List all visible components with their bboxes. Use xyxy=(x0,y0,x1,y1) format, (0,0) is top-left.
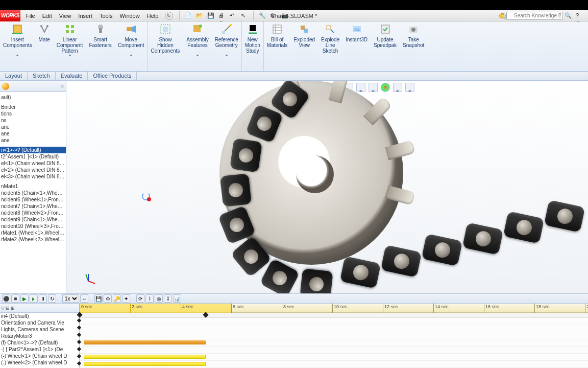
motion-spring-button[interactable]: ⌇ xyxy=(145,294,154,303)
timeline-tick[interactable]: 8 sec xyxy=(282,304,332,313)
timeline-ruler[interactable]: 0 sec2 sec4 sec6 sec8 sec10 sec12 sec14 … xyxy=(80,304,588,313)
ribbon-btn-mate[interactable]: Mate xyxy=(35,21,54,71)
ribbon-btn-linear[interactable]: LinearComponentPattern xyxy=(54,21,86,71)
playback-speed-select[interactable]: 1x xyxy=(62,294,79,303)
feature-tree-item[interactable]: el<2> (Chain wheel DIN 8192 - A xyxy=(0,167,66,173)
motion-pause-button[interactable]: ⏸ xyxy=(39,294,47,303)
new-doc-button[interactable]: 📄 xyxy=(185,12,192,19)
motion-motor-button[interactable]: ⟳ xyxy=(136,294,144,303)
timeline-row[interactable] xyxy=(80,354,588,361)
search-scope-dropdown[interactable]: 🔍 xyxy=(565,12,572,19)
timeline-keytrack[interactable] xyxy=(80,313,588,318)
motion-save-anim-button[interactable]: 💾 xyxy=(94,294,103,303)
feature-tree-item[interactable]: ncident8 (Wheel<2>,Front Plane) xyxy=(0,210,66,216)
feature-tree-item[interactable]: t2^Assem1 ]<1> (Default) xyxy=(0,153,66,160)
tree-expand-icon[interactable]: ⊞ xyxy=(11,306,15,311)
timeline-tick[interactable]: 18 sec xyxy=(534,304,585,313)
feature-tree-item[interactable]: ncident7 (Chain<1>,Wheel<2>) xyxy=(0,203,66,210)
motion-addkey-button[interactable]: ✦ xyxy=(122,294,130,303)
motion-tree-item[interactable]: Lights, Cameras and Scene xyxy=(0,326,79,333)
menu-view[interactable]: View xyxy=(56,10,75,21)
print-button[interactable]: 🖨 xyxy=(218,12,226,19)
ribbon-btn-smart[interactable]: SmartFasteners xyxy=(86,21,114,71)
motion-anim-wizard-button[interactable]: ⚙ xyxy=(104,294,112,303)
timeline-tick[interactable]: 14 sec xyxy=(433,304,484,313)
motion-tree-item[interactable]: (-) Wheel<1> (Chain wheel D xyxy=(0,353,79,359)
menu-tools[interactable]: Tools xyxy=(96,10,116,21)
feature-tree-item[interactable]: rMate2 (Wheel<2>,Wheel<3>) xyxy=(0,236,66,243)
feature-tree-item[interactable]: ncident10 (Wheel<3>,Front Plan xyxy=(0,223,66,229)
feature-tree[interactable]: ault)Bindertionsnsaneaneanen<1>->? (Defa… xyxy=(0,92,66,293)
save-button[interactable]: 💾 xyxy=(207,12,214,19)
display-style-icon[interactable] xyxy=(356,83,365,92)
graphics-area[interactable] xyxy=(66,81,588,293)
timeline-row[interactable] xyxy=(80,325,588,332)
feature-tree-item[interactable]: ane xyxy=(0,137,66,144)
motion-loop-button[interactable]: ↻ xyxy=(48,294,56,303)
feature-tree-item[interactable]: ane xyxy=(0,124,66,130)
timeline-tick[interactable]: 4 sec xyxy=(181,304,231,313)
feature-tree-item[interactable]: el<3> (Chain wheel DIN 8192 - A xyxy=(0,173,66,180)
timeline-tick[interactable]: 16 sec xyxy=(484,304,534,313)
ribbon-btn-exploded[interactable]: ExplodedView xyxy=(290,21,318,71)
timeline-row[interactable] xyxy=(80,347,588,354)
motion-results-button[interactable]: 📊 xyxy=(173,294,181,303)
hide-show-icon[interactable] xyxy=(369,83,378,92)
motion-autokey-button[interactable]: 🔑 xyxy=(113,294,121,303)
menu-window[interactable]: Window xyxy=(116,10,143,21)
feature-tree-item[interactable]: ncident6 (Wheel<1>,Front Plane) xyxy=(0,196,66,203)
motion-tree-item[interactable]: RotaryMotor3 xyxy=(0,333,79,339)
filter-icon[interactable]: ▽ xyxy=(1,306,5,311)
menu-edit[interactable]: Edit xyxy=(39,10,56,21)
view-settings-icon[interactable] xyxy=(405,83,414,92)
timeline-tick[interactable]: 12 sec xyxy=(383,304,433,313)
tree-collapse-icon[interactable]: ⊟ xyxy=(6,306,10,311)
ribbon-btn-update[interactable]: UpdateSpeedpak xyxy=(371,21,400,71)
tab-sketch[interactable]: Sketch xyxy=(28,72,56,80)
motion-tree-item[interactable]: Orientation and Camera Vie xyxy=(0,319,79,326)
motion-tree-item[interactable]: (-) Wheel<2> (Chain wheel D xyxy=(0,359,79,366)
ribbon-btn-explode[interactable]: ExplodeLineSketch xyxy=(318,21,342,71)
motion-tree-item[interactable]: in4 (Default) xyxy=(0,313,79,319)
help-refresh-icon[interactable]: ↻ xyxy=(165,12,173,20)
feature-tree-item[interactable]: el<1> (Chain wheel DIN 8192 - A xyxy=(0,160,66,167)
motion-contact-button[interactable]: ◎ xyxy=(155,294,163,303)
timeline-bars[interactable] xyxy=(80,318,588,368)
select-button[interactable]: ↖ xyxy=(241,12,248,19)
ribbon-btn-instant3d[interactable]: 3DInstant3D xyxy=(342,21,371,71)
apply-scene-icon[interactable] xyxy=(393,83,402,92)
timeline-panel[interactable]: 0 sec2 sec4 sec6 sec8 sec10 sec12 sec14 … xyxy=(80,304,588,368)
menu-help[interactable]: Help xyxy=(143,10,162,21)
timeline-bar[interactable] xyxy=(84,340,206,344)
timeline-bar[interactable] xyxy=(84,362,206,366)
timeline-tick[interactable]: 20 xyxy=(585,304,588,313)
motion-reverse-button[interactable]: ↔ xyxy=(80,294,88,303)
ribbon-btn-bill-of[interactable]: Bill ofMaterials xyxy=(264,21,291,71)
rebuild-button[interactable]: 🔧 xyxy=(259,12,266,19)
ribbon-btn-show[interactable]: ShowHiddenComponents xyxy=(148,21,183,71)
feature-tree-item[interactable]: ncident9 (Chain<1>,Wheel<3>) xyxy=(0,216,66,223)
feature-tree-item[interactable]: rMate1 (Wheel<1>,Wheel<2>) xyxy=(0,229,66,236)
motion-study-tree[interactable]: ▽ ⊟ ⊞ in4 (Default)Orientation and Camer… xyxy=(0,304,80,368)
feature-tree-item[interactable]: nMate1 xyxy=(0,183,66,190)
motion-gravity-button[interactable]: ↧ xyxy=(164,294,172,303)
tab-layout[interactable]: Layout xyxy=(0,72,28,80)
feature-manager-expand-icon[interactable]: » xyxy=(61,83,64,89)
help-dropdown[interactable]: ? xyxy=(576,12,583,19)
edit-appearance-icon[interactable] xyxy=(381,83,390,92)
menu-file[interactable]: File xyxy=(22,10,39,21)
timeline-bar[interactable] xyxy=(84,355,206,359)
ribbon-btn-insert[interactable]: InsertComponents xyxy=(0,21,35,71)
motion-tree-item[interactable]: -) [ Part2^Assem1 ]<1> (De xyxy=(0,346,79,353)
tab-evaluate[interactable]: Evaluate xyxy=(56,72,88,80)
motion-tree-item[interactable]: (f) Chain<1>->? (Default) xyxy=(0,339,79,346)
ribbon-btn-move[interactable]: MoveComponent xyxy=(115,21,148,71)
feature-tree-item[interactable]: ault) xyxy=(0,94,66,101)
ribbon-btn-take[interactable]: TakeSnapshot xyxy=(400,21,427,71)
menu-insert[interactable]: Insert xyxy=(75,10,96,21)
timeline-tick[interactable]: 6 sec xyxy=(231,304,282,313)
undo-button[interactable]: ↶ xyxy=(230,12,237,19)
ribbon-btn-reference[interactable]: ReferenceGeometry xyxy=(212,21,241,71)
feature-tree-item[interactable]: n<1>->? (Default) xyxy=(0,147,66,153)
motion-calc-button[interactable]: ⚫ xyxy=(2,294,10,303)
